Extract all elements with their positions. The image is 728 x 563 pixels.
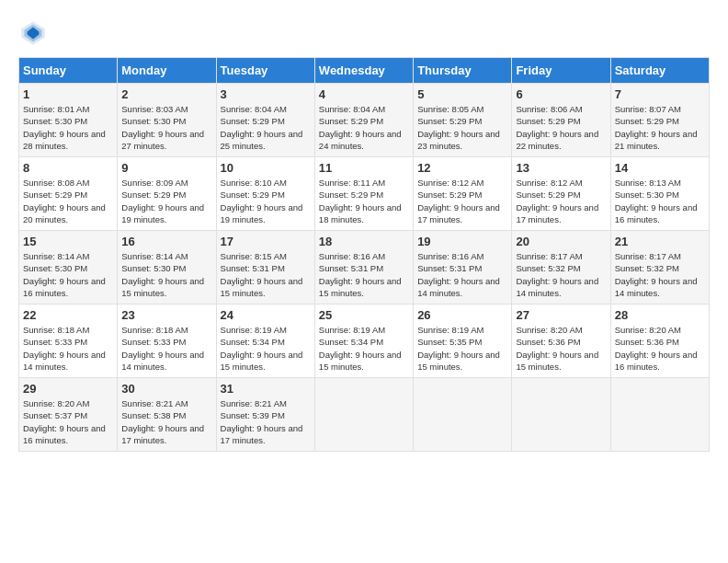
day-detail: Sunrise: 8:19 AMSunset: 5:34 PMDaylight:… <box>319 324 409 373</box>
calendar-week-row: 29Sunrise: 8:20 AMSunset: 5:37 PMDayligh… <box>19 378 710 452</box>
calendar-cell: 10Sunrise: 8:10 AMSunset: 5:29 PMDayligh… <box>216 157 314 231</box>
day-detail: Sunrise: 8:04 AMSunset: 5:29 PMDaylight:… <box>221 103 311 152</box>
day-number: 2 <box>121 87 211 101</box>
calendar-cell: 21Sunrise: 8:17 AMSunset: 5:32 PMDayligh… <box>610 231 709 304</box>
column-header-sunday: Sunday <box>19 58 118 84</box>
column-header-tuesday: Tuesday <box>216 58 314 84</box>
calendar-cell <box>610 378 709 452</box>
column-header-wednesday: Wednesday <box>314 58 413 84</box>
logo <box>18 18 53 48</box>
calendar-cell: 20Sunrise: 8:17 AMSunset: 5:32 PMDayligh… <box>512 231 610 304</box>
day-number: 8 <box>23 161 113 175</box>
day-number: 11 <box>319 161 409 175</box>
day-number: 12 <box>417 161 507 175</box>
day-detail: Sunrise: 8:14 AMSunset: 5:30 PMDaylight:… <box>23 250 113 299</box>
calendar-cell: 7Sunrise: 8:07 AMSunset: 5:29 PMDaylight… <box>610 84 709 157</box>
day-number: 14 <box>615 161 705 175</box>
calendar-cell: 28Sunrise: 8:20 AMSunset: 5:36 PMDayligh… <box>610 304 709 378</box>
day-detail: Sunrise: 8:20 AMSunset: 5:36 PMDaylight:… <box>516 324 606 373</box>
calendar-cell: 25Sunrise: 8:19 AMSunset: 5:34 PMDayligh… <box>314 304 413 378</box>
day-detail: Sunrise: 8:07 AMSunset: 5:29 PMDaylight:… <box>615 103 705 152</box>
logo-icon <box>18 18 48 48</box>
day-detail: Sunrise: 8:12 AMSunset: 5:29 PMDaylight:… <box>417 177 507 225</box>
calendar-cell: 29Sunrise: 8:20 AMSunset: 5:37 PMDayligh… <box>19 378 118 452</box>
calendar-cell: 14Sunrise: 8:13 AMSunset: 5:30 PMDayligh… <box>610 157 709 231</box>
column-header-saturday: Saturday <box>610 58 709 84</box>
day-number: 22 <box>23 308 113 322</box>
day-number: 30 <box>121 382 211 396</box>
calendar-cell: 15Sunrise: 8:14 AMSunset: 5:30 PMDayligh… <box>19 231 118 304</box>
calendar-cell: 9Sunrise: 8:09 AMSunset: 5:29 PMDaylight… <box>118 157 216 231</box>
day-number: 18 <box>319 235 409 248</box>
calendar-cell: 19Sunrise: 8:16 AMSunset: 5:31 PMDayligh… <box>414 231 512 304</box>
day-detail: Sunrise: 8:18 AMSunset: 5:33 PMDaylight:… <box>23 324 113 373</box>
day-detail: Sunrise: 8:16 AMSunset: 5:31 PMDaylight:… <box>417 250 507 299</box>
day-detail: Sunrise: 8:19 AMSunset: 5:35 PMDaylight:… <box>417 324 507 373</box>
day-detail: Sunrise: 8:09 AMSunset: 5:29 PMDaylight:… <box>121 177 211 225</box>
column-header-thursday: Thursday <box>414 58 512 84</box>
day-number: 24 <box>221 308 311 322</box>
calendar-cell: 23Sunrise: 8:18 AMSunset: 5:33 PMDayligh… <box>118 304 216 378</box>
day-number: 15 <box>23 235 113 248</box>
day-number: 6 <box>516 87 606 101</box>
day-number: 20 <box>516 235 606 248</box>
day-detail: Sunrise: 8:04 AMSunset: 5:29 PMDaylight:… <box>319 103 409 152</box>
column-header-friday: Friday <box>512 58 610 84</box>
calendar-cell: 31Sunrise: 8:21 AMSunset: 5:39 PMDayligh… <box>216 378 314 452</box>
day-number: 4 <box>319 87 409 101</box>
day-number: 9 <box>121 161 211 175</box>
calendar-cell: 12Sunrise: 8:12 AMSunset: 5:29 PMDayligh… <box>414 157 512 231</box>
calendar-cell: 3Sunrise: 8:04 AMSunset: 5:29 PMDaylight… <box>216 84 314 157</box>
calendar-cell: 26Sunrise: 8:19 AMSunset: 5:35 PMDayligh… <box>414 304 512 378</box>
calendar-cell: 5Sunrise: 8:05 AMSunset: 5:29 PMDaylight… <box>414 84 512 157</box>
day-detail: Sunrise: 8:13 AMSunset: 5:30 PMDaylight:… <box>615 177 705 225</box>
calendar-cell: 17Sunrise: 8:15 AMSunset: 5:31 PMDayligh… <box>216 231 314 304</box>
calendar-cell: 13Sunrise: 8:12 AMSunset: 5:29 PMDayligh… <box>512 157 610 231</box>
day-number: 10 <box>221 161 311 175</box>
day-detail: Sunrise: 8:18 AMSunset: 5:33 PMDaylight:… <box>121 324 211 373</box>
day-detail: Sunrise: 8:21 AMSunset: 5:39 PMDaylight:… <box>221 397 311 446</box>
day-detail: Sunrise: 8:03 AMSunset: 5:30 PMDaylight:… <box>121 103 211 152</box>
day-number: 13 <box>516 161 606 175</box>
day-detail: Sunrise: 8:14 AMSunset: 5:30 PMDaylight:… <box>121 250 211 299</box>
day-detail: Sunrise: 8:08 AMSunset: 5:29 PMDaylight:… <box>23 177 113 225</box>
calendar-cell: 2Sunrise: 8:03 AMSunset: 5:30 PMDaylight… <box>118 84 216 157</box>
day-detail: Sunrise: 8:06 AMSunset: 5:29 PMDaylight:… <box>516 103 606 152</box>
day-number: 27 <box>516 308 606 322</box>
day-detail: Sunrise: 8:01 AMSunset: 5:30 PMDaylight:… <box>23 103 113 152</box>
calendar-header-row: SundayMondayTuesdayWednesdayThursdayFrid… <box>19 58 710 84</box>
day-detail: Sunrise: 8:12 AMSunset: 5:29 PMDaylight:… <box>516 177 606 225</box>
calendar-cell: 1Sunrise: 8:01 AMSunset: 5:30 PMDaylight… <box>19 84 118 157</box>
calendar-cell: 16Sunrise: 8:14 AMSunset: 5:30 PMDayligh… <box>118 231 216 304</box>
day-detail: Sunrise: 8:17 AMSunset: 5:32 PMDaylight:… <box>516 250 606 299</box>
calendar-cell <box>512 378 610 452</box>
calendar-cell: 8Sunrise: 8:08 AMSunset: 5:29 PMDaylight… <box>19 157 118 231</box>
day-detail: Sunrise: 8:05 AMSunset: 5:29 PMDaylight:… <box>417 103 507 152</box>
day-number: 26 <box>417 308 507 322</box>
calendar-table: SundayMondayTuesdayWednesdayThursdayFrid… <box>18 57 710 452</box>
page-header <box>18 18 710 48</box>
calendar-week-row: 22Sunrise: 8:18 AMSunset: 5:33 PMDayligh… <box>19 304 710 378</box>
calendar-cell <box>314 378 413 452</box>
day-number: 28 <box>615 308 705 322</box>
day-number: 21 <box>615 235 705 248</box>
calendar-cell: 24Sunrise: 8:19 AMSunset: 5:34 PMDayligh… <box>216 304 314 378</box>
calendar-cell: 27Sunrise: 8:20 AMSunset: 5:36 PMDayligh… <box>512 304 610 378</box>
calendar-cell: 22Sunrise: 8:18 AMSunset: 5:33 PMDayligh… <box>19 304 118 378</box>
calendar-week-row: 15Sunrise: 8:14 AMSunset: 5:30 PMDayligh… <box>19 231 710 304</box>
day-detail: Sunrise: 8:15 AMSunset: 5:31 PMDaylight:… <box>221 250 311 299</box>
day-number: 3 <box>221 87 311 101</box>
day-detail: Sunrise: 8:16 AMSunset: 5:31 PMDaylight:… <box>319 250 409 299</box>
calendar-cell <box>414 378 512 452</box>
calendar-cell: 18Sunrise: 8:16 AMSunset: 5:31 PMDayligh… <box>314 231 413 304</box>
calendar-week-row: 8Sunrise: 8:08 AMSunset: 5:29 PMDaylight… <box>19 157 710 231</box>
day-detail: Sunrise: 8:11 AMSunset: 5:29 PMDaylight:… <box>319 177 409 225</box>
day-detail: Sunrise: 8:21 AMSunset: 5:38 PMDaylight:… <box>121 397 211 446</box>
day-detail: Sunrise: 8:20 AMSunset: 5:36 PMDaylight:… <box>615 324 705 373</box>
day-detail: Sunrise: 8:10 AMSunset: 5:29 PMDaylight:… <box>221 177 311 225</box>
day-number: 17 <box>221 235 311 248</box>
calendar-cell: 30Sunrise: 8:21 AMSunset: 5:38 PMDayligh… <box>118 378 216 452</box>
calendar-cell: 6Sunrise: 8:06 AMSunset: 5:29 PMDaylight… <box>512 84 610 157</box>
day-number: 16 <box>121 235 211 248</box>
day-detail: Sunrise: 8:20 AMSunset: 5:37 PMDaylight:… <box>23 397 113 446</box>
